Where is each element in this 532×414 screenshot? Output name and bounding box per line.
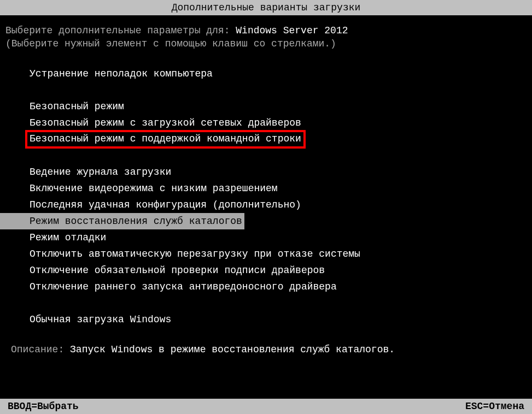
option-debug-mode[interactable]: Режим отладки [30,229,527,246]
option-low-res-video[interactable]: Включение видеорежима с низким разрешени… [30,180,527,197]
option-disable-driver-sig[interactable]: Отключение обязательной проверки подписи… [30,262,527,279]
option-spacer [30,295,527,311]
prompt-os: Windows Server 2012 [236,25,348,36]
boot-options-list: Устранение неполадок компьютера Безопасн… [5,66,527,328]
option-disable-auto-restart[interactable]: Отключить автоматическую перезагрузку пр… [30,246,527,262]
title-bar: Дополнительные варианты загрузки [0,0,532,15]
option-last-known-good[interactable]: Последняя удачная конфигурация (дополнит… [30,197,527,213]
option-ds-restore-mode[interactable]: Режим восстановления служб каталогов [30,213,527,229]
option-safe-mode-networking[interactable]: Безопасный режим с загрузкой сетевых дра… [30,115,527,131]
option-start-normally[interactable]: Обычная загрузка Windows [30,311,527,328]
footer-enter-hint: ВВОД=Выбрать [8,399,79,414]
screen-title: Дополнительные варианты загрузки [172,2,361,13]
instruction-line: (Выберите нужный элемент с помощью клави… [5,38,527,49]
description-section: Описание: Запуск Windows в режиме восста… [5,344,527,355]
option-disable-early-antimalware[interactable]: Отключение раннего запуска антивредоносн… [30,279,527,295]
footer-bar: ВВОД=Выбрать ESC=Отмена [0,399,532,414]
option-safe-mode-cmd[interactable]: Безопасный режим с поддержкой командной … [30,131,527,147]
option-spacer [30,147,527,164]
prompt-line: Выберите дополнительные параметры для: W… [5,25,527,36]
option-spacer [30,82,527,98]
footer-esc-hint: ESC=Отмена [465,399,524,414]
main-content: Выберите дополнительные параметры для: W… [0,15,532,355]
prompt-prefix: Выберите дополнительные параметры для: [5,25,236,36]
description-text: Запуск Windows в режиме восстановления с… [70,344,395,355]
option-safe-mode[interactable]: Безопасный режим [30,98,527,115]
option-boot-logging[interactable]: Ведение журнала загрузки [30,164,527,180]
highlighted-annotation-box: Безопасный режим с поддержкой командной … [25,130,306,148]
selected-option-highlight: Режим восстановления служб каталогов [0,213,244,230]
option-repair-computer[interactable]: Устранение неполадок компьютера [30,66,527,82]
description-label: Описание: [11,344,70,355]
